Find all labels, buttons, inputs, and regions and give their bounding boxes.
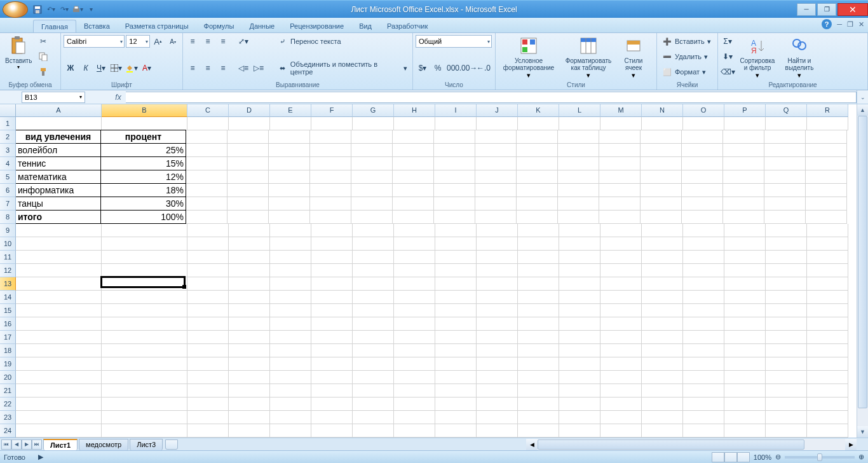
cell-D19[interactable] xyxy=(229,357,270,371)
paste-button[interactable]: Вставить ▾ xyxy=(3,34,34,71)
cell-M11[interactable] xyxy=(600,251,642,264)
cell-A10[interactable] xyxy=(16,237,102,251)
cell-P10[interactable] xyxy=(724,237,766,251)
cell-N2[interactable] xyxy=(641,130,682,144)
cell-N20[interactable] xyxy=(642,371,683,384)
cell-J12[interactable] xyxy=(477,264,518,277)
cell-F11[interactable] xyxy=(311,251,353,264)
cell-B15[interactable] xyxy=(102,304,187,317)
cell-O7[interactable] xyxy=(682,197,723,211)
copy-icon[interactable] xyxy=(36,50,50,64)
redo-icon[interactable]: ↷▾ xyxy=(58,4,70,15)
cell-E13[interactable] xyxy=(270,277,311,291)
cell-R12[interactable] xyxy=(807,264,848,277)
cell-L19[interactable] xyxy=(559,357,600,371)
cell-C6[interactable] xyxy=(186,184,227,197)
cell-styles-button[interactable]: Стили ячеек▾ xyxy=(618,34,649,81)
hscroll-thumb[interactable] xyxy=(538,439,804,450)
cell-K19[interactable] xyxy=(518,357,559,371)
cell-M15[interactable] xyxy=(600,304,642,317)
cell-F7[interactable] xyxy=(310,197,351,211)
cell-Q19[interactable] xyxy=(766,357,807,371)
cell-R3[interactable] xyxy=(806,144,847,157)
cell-C24[interactable] xyxy=(187,424,229,438)
cell-O5[interactable] xyxy=(682,170,723,184)
cell-L21[interactable] xyxy=(559,384,600,397)
cell-A1[interactable] xyxy=(16,117,102,130)
cell-Q5[interactable] xyxy=(764,170,806,184)
cell-F19[interactable] xyxy=(311,357,353,371)
cell-P11[interactable] xyxy=(724,251,766,264)
cell-N12[interactable] xyxy=(642,264,683,277)
scroll-up-icon[interactable]: ▲ xyxy=(857,104,868,116)
cell-N14[interactable] xyxy=(642,291,683,304)
increase-decimal-icon[interactable]: .00→ xyxy=(461,61,475,75)
cell-E5[interactable] xyxy=(269,170,310,184)
cell-Q4[interactable] xyxy=(764,157,806,170)
cell-L18[interactable] xyxy=(559,344,600,357)
cell-D16[interactable] xyxy=(229,317,270,331)
cell-M21[interactable] xyxy=(600,384,642,397)
cell-R11[interactable] xyxy=(807,251,848,264)
cell-M20[interactable] xyxy=(600,371,642,384)
font-color-icon[interactable]: A▾ xyxy=(140,61,154,75)
comma-icon[interactable]: 000 xyxy=(446,61,460,75)
percent-icon[interactable]: % xyxy=(431,61,445,75)
format-painter-icon[interactable] xyxy=(36,65,50,79)
cell-Q2[interactable] xyxy=(764,130,806,144)
cell-G3[interactable] xyxy=(351,144,393,157)
cell-D9[interactable] xyxy=(229,224,270,237)
cell-K1[interactable] xyxy=(518,117,559,130)
cell-N13[interactable] xyxy=(642,277,683,291)
cell-C18[interactable] xyxy=(187,344,229,357)
cell-J23[interactable] xyxy=(477,411,518,424)
scroll-right-icon[interactable]: ▶ xyxy=(845,439,857,450)
col-header-P[interactable]: P xyxy=(724,104,766,117)
cell-O12[interactable] xyxy=(683,264,724,277)
sheet-tab-Лист1[interactable]: Лист1 xyxy=(43,439,78,450)
office-button[interactable] xyxy=(3,1,28,18)
col-header-L[interactable]: L xyxy=(559,104,600,117)
cell-R16[interactable] xyxy=(807,317,848,331)
cell-K2[interactable] xyxy=(517,130,558,144)
tab-главная[interactable]: Главная xyxy=(33,20,76,32)
cell-P12[interactable] xyxy=(724,264,766,277)
row-header-5[interactable]: 5 xyxy=(0,170,16,184)
cell-K4[interactable] xyxy=(517,157,558,170)
cell-P4[interactable] xyxy=(723,157,764,170)
zoom-level[interactable]: 100% xyxy=(754,453,771,461)
cell-J11[interactable] xyxy=(477,251,518,264)
cell-C3[interactable] xyxy=(186,144,227,157)
cell-O2[interactable] xyxy=(682,130,723,144)
align-center-icon[interactable]: ≡ xyxy=(201,61,215,75)
cell-O6[interactable] xyxy=(682,184,723,197)
cell-M14[interactable] xyxy=(600,291,642,304)
cell-F21[interactable] xyxy=(311,384,353,397)
cell-C21[interactable] xyxy=(187,384,229,397)
cell-E21[interactable] xyxy=(270,384,311,397)
currency-icon[interactable]: $▾ xyxy=(416,61,430,75)
cell-H19[interactable] xyxy=(394,357,435,371)
cell-Q9[interactable] xyxy=(766,224,807,237)
row-header-17[interactable]: 17 xyxy=(0,331,16,344)
cell-F2[interactable] xyxy=(310,130,351,144)
cell-F6[interactable] xyxy=(310,184,351,197)
cell-A17[interactable] xyxy=(16,331,102,344)
cell-D4[interactable] xyxy=(227,157,269,170)
cell-P8[interactable] xyxy=(723,211,764,224)
font-name-combo[interactable]: Calibri▾ xyxy=(64,35,125,48)
cell-F9[interactable] xyxy=(311,224,353,237)
cell-G19[interactable] xyxy=(353,357,394,371)
cell-O20[interactable] xyxy=(683,371,724,384)
close-button[interactable]: ✕ xyxy=(837,3,868,16)
cell-J10[interactable] xyxy=(477,237,518,251)
row-header-10[interactable]: 10 xyxy=(0,237,16,251)
cell-D24[interactable] xyxy=(229,424,270,438)
cell-R10[interactable] xyxy=(807,237,848,251)
cell-K17[interactable] xyxy=(518,331,559,344)
cell-H6[interactable] xyxy=(393,184,434,197)
cell-H12[interactable] xyxy=(394,264,435,277)
cell-C11[interactable] xyxy=(187,251,229,264)
cell-E15[interactable] xyxy=(270,304,311,317)
new-sheet-icon[interactable] xyxy=(165,439,178,450)
